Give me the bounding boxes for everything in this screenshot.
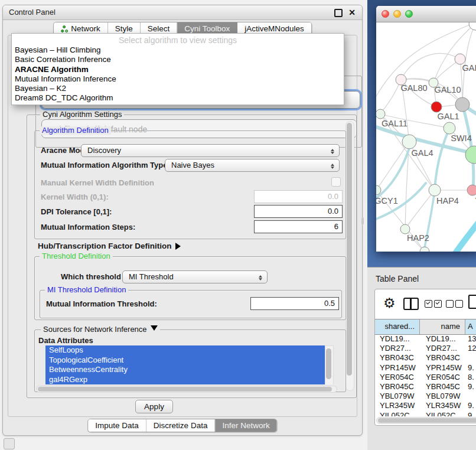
manual-kernel-checkbox[interactable] bbox=[331, 177, 341, 187]
table-row[interactable]: YDL19...YDL19...13 bbox=[375, 334, 476, 344]
attributes-scrollbar-thumb[interactable] bbox=[326, 348, 331, 379]
mi-algorithm-type-select[interactable]: Naive Bayes bbox=[165, 159, 340, 172]
table-panel-title: Table Panel bbox=[376, 274, 419, 283]
tab-label: Style bbox=[115, 24, 133, 33]
attribute-item[interactable]: TopologicalCoefficient bbox=[45, 356, 325, 366]
attribute-item[interactable]: SelfLoops bbox=[45, 345, 325, 356]
table-cell: YPR145W bbox=[375, 363, 420, 373]
table-row[interactable]: YPR145WYPR145W9. bbox=[375, 363, 476, 373]
table-row[interactable]: YDR27...YDR27...12 bbox=[375, 344, 476, 353]
minimize-traffic-light-icon[interactable] bbox=[393, 10, 401, 18]
table-cell: 12 bbox=[465, 344, 476, 353]
control-panel-titlebar[interactable]: Control Panel ✕ bbox=[3, 5, 362, 20]
table-cell: YDR27... bbox=[375, 344, 420, 353]
table-cell bbox=[465, 392, 476, 401]
group-title: MI Threshold Definition bbox=[45, 286, 128, 294]
tab-label: Network bbox=[71, 24, 100, 33]
table-row[interactable]: YBR043CYBR043C bbox=[375, 353, 476, 363]
close-icon[interactable]: ✕ bbox=[348, 6, 356, 18]
select-all-checkbox-icon-2[interactable] bbox=[434, 300, 442, 308]
column-header-3[interactable]: A bbox=[465, 319, 476, 334]
table-hscrollbar[interactable] bbox=[376, 417, 476, 424]
manual-kernel-label: Manual Kernel Width Definition bbox=[41, 178, 154, 187]
table-cell: YBR043C bbox=[420, 353, 465, 363]
algorithm-definition-group: Algorithm Definition Aracne Mode: Discov… bbox=[34, 131, 346, 239]
table-row[interactable]: YLR345WYLR345W9. bbox=[375, 401, 476, 410]
dpi-tolerance-input[interactable]: 0.0 bbox=[254, 205, 343, 218]
network-node-y[interactable] bbox=[467, 185, 476, 195]
network-node-swi4[interactable] bbox=[444, 122, 455, 134]
corner-button[interactable] bbox=[4, 438, 15, 449]
algorithm-option[interactable]: Mutual Information Inference bbox=[12, 74, 344, 84]
network-node-gal11[interactable] bbox=[376, 109, 385, 119]
algorithm-option[interactable]: Dream8 DC_TDC Algorithm bbox=[12, 93, 344, 103]
algorithm-option[interactable]: Bayesian – K2 bbox=[12, 84, 344, 93]
network-node-gal4[interactable] bbox=[402, 135, 416, 149]
apply-button[interactable]: Apply bbox=[135, 400, 173, 413]
table-row[interactable]: YER054CYER054C8. bbox=[375, 373, 476, 382]
mi-steps-label: Mutual Information Steps: bbox=[41, 223, 135, 231]
sources-toggle[interactable]: Sources for Network Inference bbox=[41, 325, 160, 334]
expand-down-icon bbox=[151, 325, 158, 334]
column-header-1[interactable]: shared... bbox=[375, 319, 420, 334]
network-node-hap2[interactable] bbox=[400, 224, 410, 234]
network-node[interactable] bbox=[455, 97, 470, 112]
network-node[interactable] bbox=[469, 22, 476, 30]
attributes-hscrollbar[interactable] bbox=[36, 386, 337, 393]
table-cell: 9. bbox=[465, 411, 476, 417]
algorithm-option[interactable]: ARACNE Algorithm bbox=[12, 65, 344, 74]
algorithm-option[interactable]: Bayesian – Hill Climbing bbox=[12, 45, 344, 55]
table-cell: 8. bbox=[465, 373, 476, 382]
new-column-icon[interactable] bbox=[468, 295, 476, 309]
data-attributes-list: SelfLoopsTopologicalCoefficientBetweenne… bbox=[45, 345, 334, 384]
column-header-2[interactable]: name bbox=[420, 319, 465, 334]
hub-definition-toggle[interactable]: Hub/Transcription Factor Definition bbox=[38, 242, 184, 250]
table-cell: YLR345W bbox=[420, 401, 465, 410]
tab-label: jActiveMNodules bbox=[244, 24, 304, 33]
table-hscrollbar-thumb[interactable] bbox=[378, 418, 476, 423]
network-window-titlebar[interactable] bbox=[376, 6, 476, 22]
tab-infer-network[interactable]: Infer Network bbox=[215, 419, 276, 432]
algorithm-dropdown-popup: Select algorithm to view settings Bayesi… bbox=[11, 33, 344, 105]
float-window-icon[interactable] bbox=[334, 9, 343, 17]
aracne-mode-select[interactable]: Discovery bbox=[81, 144, 340, 157]
settings-scrollbar-thumb[interactable] bbox=[347, 123, 352, 376]
attribute-item[interactable]: gal4RGexp bbox=[45, 375, 325, 385]
zoom-traffic-light-icon[interactable] bbox=[405, 10, 413, 18]
split-columns-icon[interactable] bbox=[403, 298, 419, 310]
attributes-hscrollbar-thumb[interactable] bbox=[38, 387, 332, 392]
attributes-scrollbar[interactable] bbox=[325, 345, 334, 384]
network-canvas[interactable]: GALGAL80GAL10GAL1GAL11SWI4GAL4GCY1HAP4YH… bbox=[376, 22, 476, 252]
sources-group: Sources for Network Inference Data Attri… bbox=[34, 330, 346, 392]
attribute-item[interactable]: BetweennessCentrality bbox=[45, 365, 325, 375]
network-node-hap4[interactable] bbox=[429, 184, 441, 196]
node-label: GAL10 bbox=[434, 85, 461, 94]
table-row[interactable]: YBR045CYBR045C9. bbox=[375, 382, 476, 392]
node-label: GCY1 bbox=[376, 196, 398, 206]
select-all-checkbox-icon[interactable] bbox=[425, 300, 432, 308]
data-attributes-label: Data Attributes bbox=[38, 336, 93, 345]
algorithm-option[interactable]: Basic Correlation Inference bbox=[12, 55, 344, 64]
tab-label: Infer Network bbox=[222, 421, 269, 430]
gear-icon[interactable]: ⚙ bbox=[383, 294, 396, 312]
mi-steps-input[interactable]: 6 bbox=[254, 220, 343, 233]
network-node-gal1[interactable] bbox=[431, 102, 442, 112]
table-row[interactable]: YBL079WYBL079W bbox=[375, 392, 476, 401]
tab-impute-data[interactable]: Impute Data bbox=[88, 419, 146, 432]
table-toolbar: ⚙ bbox=[375, 289, 476, 318]
tab-discretize-data[interactable]: Discretize Data bbox=[146, 419, 216, 432]
settings-scrollbar[interactable] bbox=[345, 121, 354, 391]
table-cell: YIL052C bbox=[375, 411, 420, 417]
panel-splitter-handle[interactable] bbox=[361, 217, 364, 224]
which-threshold-select[interactable]: MI Threshold bbox=[122, 270, 268, 283]
combo-arrows-icon bbox=[330, 146, 335, 156]
node-label: SWI4 bbox=[451, 133, 471, 143]
kernel-width-input[interactable]: 0.0 bbox=[254, 190, 343, 203]
table-row[interactable]: YIL052CYIL052C9. bbox=[375, 411, 476, 417]
network-node[interactable] bbox=[465, 146, 476, 164]
tab-label: Cyni Toolbox bbox=[184, 24, 230, 33]
mi-threshold-input[interactable]: 0.5 bbox=[250, 297, 339, 310]
close-traffic-light-icon[interactable] bbox=[382, 10, 389, 18]
deselect-all-checkbox-icon-2[interactable] bbox=[455, 300, 463, 308]
deselect-all-checkbox-icon[interactable] bbox=[446, 300, 454, 308]
